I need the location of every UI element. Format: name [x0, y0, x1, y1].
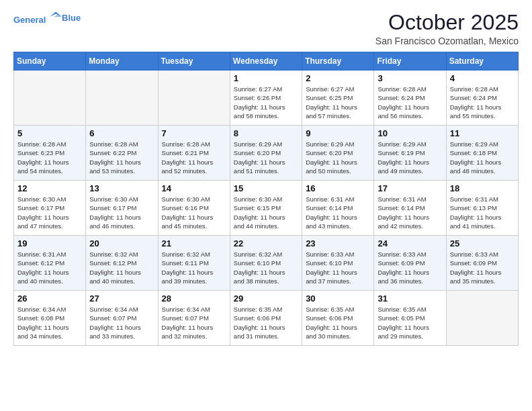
day-info: Sunrise: 6:29 AM Sunset: 6:18 PM Dayligh…: [450, 140, 515, 175]
col-friday: Friday: [374, 52, 446, 71]
logo-blue: Blue: [62, 13, 81, 24]
day-number: 12: [17, 183, 82, 193]
calendar-cell: [86, 71, 158, 126]
day-info: Sunrise: 6:34 AM Sunset: 6:07 PM Dayligh…: [162, 305, 226, 340]
calendar-cell: 14Sunrise: 6:30 AM Sunset: 6:16 PM Dayli…: [158, 181, 230, 236]
calendar-cell: 22Sunrise: 6:32 AM Sunset: 6:10 PM Dayli…: [230, 236, 302, 291]
day-number: 3: [378, 73, 442, 83]
day-info: Sunrise: 6:32 AM Sunset: 6:11 PM Dayligh…: [162, 250, 226, 285]
calendar-cell: 3Sunrise: 6:28 AM Sunset: 6:24 PM Daylig…: [374, 71, 446, 126]
calendar-cell: 10Sunrise: 6:29 AM Sunset: 6:19 PM Dayli…: [374, 126, 446, 181]
day-number: 6: [89, 128, 154, 138]
calendar-week-row: 12Sunrise: 6:30 AM Sunset: 6:17 PM Dayli…: [14, 181, 519, 236]
calendar-cell: 20Sunrise: 6:32 AM Sunset: 6:12 PM Dayli…: [86, 236, 158, 291]
day-number: 28: [162, 293, 226, 304]
day-number: 16: [306, 183, 370, 193]
day-info: Sunrise: 6:31 AM Sunset: 6:12 PM Dayligh…: [17, 250, 82, 285]
calendar-table: Sunday Monday Tuesday Wednesday Thursday…: [13, 52, 519, 346]
location-subtitle: San Francisco Ozomatlan, Mexico: [375, 36, 519, 46]
day-number: 29: [234, 293, 298, 304]
day-info: Sunrise: 6:31 AM Sunset: 6:13 PM Dayligh…: [450, 195, 515, 230]
calendar-cell: 2Sunrise: 6:27 AM Sunset: 6:25 PM Daylig…: [302, 71, 374, 126]
calendar-cell: [158, 71, 230, 126]
page: General Blue October 2025 San Francisco …: [0, 0, 532, 411]
calendar-cell: 31Sunrise: 6:35 AM Sunset: 6:05 PM Dayli…: [374, 291, 446, 346]
calendar-week-row: 1Sunrise: 6:27 AM Sunset: 6:26 PM Daylig…: [14, 71, 519, 126]
day-info: Sunrise: 6:33 AM Sunset: 6:10 PM Dayligh…: [306, 250, 370, 285]
day-number: 15: [234, 183, 298, 193]
day-info: Sunrise: 6:27 AM Sunset: 6:26 PM Dayligh…: [234, 85, 298, 120]
day-number: 22: [234, 238, 298, 248]
calendar-week-row: 26Sunrise: 6:34 AM Sunset: 6:08 PM Dayli…: [14, 291, 519, 346]
day-info: Sunrise: 6:31 AM Sunset: 6:14 PM Dayligh…: [378, 195, 442, 230]
day-number: 26: [17, 293, 82, 304]
calendar-cell: 25Sunrise: 6:33 AM Sunset: 6:09 PM Dayli…: [446, 236, 518, 291]
calendar-cell: 8Sunrise: 6:29 AM Sunset: 6:20 PM Daylig…: [230, 126, 302, 181]
day-info: Sunrise: 6:30 AM Sunset: 6:17 PM Dayligh…: [89, 195, 154, 230]
month-title: October 2025: [375, 11, 519, 34]
day-info: Sunrise: 6:28 AM Sunset: 6:24 PM Dayligh…: [378, 85, 442, 120]
calendar-week-row: 5Sunrise: 6:28 AM Sunset: 6:23 PM Daylig…: [14, 126, 519, 181]
calendar-cell: 29Sunrise: 6:35 AM Sunset: 6:06 PM Dayli…: [230, 291, 302, 346]
day-number: 27: [89, 293, 154, 304]
col-thursday: Thursday: [302, 52, 374, 71]
day-info: Sunrise: 6:30 AM Sunset: 6:17 PM Dayligh…: [17, 195, 82, 230]
logo-text: General: [13, 11, 62, 26]
calendar-cell: 12Sunrise: 6:30 AM Sunset: 6:17 PM Dayli…: [14, 181, 86, 236]
title-block: October 2025 San Francisco Ozomatlan, Me…: [375, 11, 519, 46]
day-info: Sunrise: 6:28 AM Sunset: 6:21 PM Dayligh…: [162, 140, 226, 175]
day-number: 18: [450, 183, 515, 193]
calendar-cell: 13Sunrise: 6:30 AM Sunset: 6:17 PM Dayli…: [86, 181, 158, 236]
day-info: Sunrise: 6:29 AM Sunset: 6:20 PM Dayligh…: [306, 140, 370, 175]
calendar-cell: 27Sunrise: 6:34 AM Sunset: 6:07 PM Dayli…: [86, 291, 158, 346]
day-number: 9: [306, 128, 370, 138]
day-info: Sunrise: 6:29 AM Sunset: 6:20 PM Dayligh…: [234, 140, 298, 175]
calendar-cell: 6Sunrise: 6:28 AM Sunset: 6:22 PM Daylig…: [86, 126, 158, 181]
day-info: Sunrise: 6:32 AM Sunset: 6:12 PM Dayligh…: [89, 250, 154, 285]
day-number: 25: [450, 238, 515, 248]
day-number: 10: [378, 128, 442, 138]
calendar-cell: 17Sunrise: 6:31 AM Sunset: 6:14 PM Dayli…: [374, 181, 446, 236]
calendar-cell: 26Sunrise: 6:34 AM Sunset: 6:08 PM Dayli…: [14, 291, 86, 346]
calendar-cell: 21Sunrise: 6:32 AM Sunset: 6:11 PM Dayli…: [158, 236, 230, 291]
day-info: Sunrise: 6:34 AM Sunset: 6:07 PM Dayligh…: [89, 305, 154, 340]
day-number: 7: [162, 128, 226, 138]
calendar-cell: 30Sunrise: 6:35 AM Sunset: 6:06 PM Dayli…: [302, 291, 374, 346]
day-info: Sunrise: 6:30 AM Sunset: 6:15 PM Dayligh…: [234, 195, 298, 230]
logo-bird-icon: [50, 11, 62, 23]
col-saturday: Saturday: [446, 52, 518, 71]
day-number: 23: [306, 238, 370, 248]
day-info: Sunrise: 6:31 AM Sunset: 6:14 PM Dayligh…: [306, 195, 370, 230]
day-info: Sunrise: 6:32 AM Sunset: 6:10 PM Dayligh…: [234, 250, 298, 285]
day-number: 30: [306, 293, 370, 304]
calendar-cell: 24Sunrise: 6:33 AM Sunset: 6:09 PM Dayli…: [374, 236, 446, 291]
calendar-cell: 16Sunrise: 6:31 AM Sunset: 6:14 PM Dayli…: [302, 181, 374, 236]
day-info: Sunrise: 6:28 AM Sunset: 6:24 PM Dayligh…: [450, 85, 515, 120]
calendar-cell: 1Sunrise: 6:27 AM Sunset: 6:26 PM Daylig…: [230, 71, 302, 126]
col-tuesday: Tuesday: [158, 52, 230, 71]
calendar-cell: 11Sunrise: 6:29 AM Sunset: 6:18 PM Dayli…: [446, 126, 518, 181]
day-number: 24: [378, 238, 442, 248]
day-info: Sunrise: 6:29 AM Sunset: 6:19 PM Dayligh…: [378, 140, 442, 175]
day-info: Sunrise: 6:33 AM Sunset: 6:09 PM Dayligh…: [378, 250, 442, 285]
day-info: Sunrise: 6:35 AM Sunset: 6:06 PM Dayligh…: [234, 305, 298, 340]
day-number: 5: [17, 128, 82, 138]
calendar-week-row: 19Sunrise: 6:31 AM Sunset: 6:12 PM Dayli…: [14, 236, 519, 291]
day-info: Sunrise: 6:28 AM Sunset: 6:23 PM Dayligh…: [17, 140, 82, 175]
day-number: 20: [89, 238, 154, 248]
day-number: 14: [162, 183, 226, 193]
calendar-cell: 19Sunrise: 6:31 AM Sunset: 6:12 PM Dayli…: [14, 236, 86, 291]
day-info: Sunrise: 6:30 AM Sunset: 6:16 PM Dayligh…: [162, 195, 226, 230]
day-number: 1: [234, 73, 298, 83]
day-number: 2: [306, 73, 370, 83]
col-sunday: Sunday: [14, 52, 86, 71]
calendar-cell: 5Sunrise: 6:28 AM Sunset: 6:23 PM Daylig…: [14, 126, 86, 181]
day-number: 8: [234, 128, 298, 138]
day-info: Sunrise: 6:34 AM Sunset: 6:08 PM Dayligh…: [17, 305, 82, 340]
calendar-cell: 7Sunrise: 6:28 AM Sunset: 6:21 PM Daylig…: [158, 126, 230, 181]
calendar-cell: 9Sunrise: 6:29 AM Sunset: 6:20 PM Daylig…: [302, 126, 374, 181]
calendar-cell: 4Sunrise: 6:28 AM Sunset: 6:24 PM Daylig…: [446, 71, 518, 126]
day-number: 11: [450, 128, 515, 138]
day-info: Sunrise: 6:28 AM Sunset: 6:22 PM Dayligh…: [89, 140, 154, 175]
day-info: Sunrise: 6:27 AM Sunset: 6:25 PM Dayligh…: [306, 85, 370, 120]
